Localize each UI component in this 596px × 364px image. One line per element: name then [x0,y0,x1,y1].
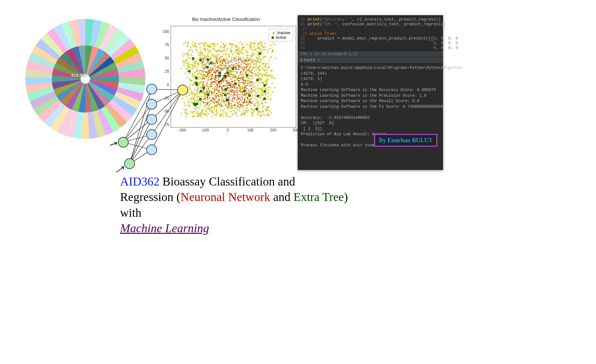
svg-point-330 [203,71,204,72]
svg-point-171 [231,103,232,104]
svg-point-100 [233,77,234,78]
svg-point-253 [237,88,238,89]
svg-point-132 [230,86,231,87]
svg-point-286 [218,70,219,71]
svg-point-605 [147,130,157,140]
y-tick: 100 [163,29,169,34]
svg-point-149 [229,104,230,105]
svg-point-206 [244,77,245,78]
svg-point-418 [246,102,247,103]
svg-point-304 [229,87,230,88]
svg-point-126 [239,90,240,91]
svg-point-432 [244,101,245,102]
svg-line-587 [123,119,152,142]
svg-point-459 [217,80,218,81]
svg-point-124 [236,95,237,96]
svg-point-567 [263,98,266,100]
svg-point-424 [217,61,218,62]
y-tick: 50 [165,56,169,60]
svg-point-483 [242,77,243,78]
svg-point-425 [251,70,252,71]
svg-point-341 [214,71,215,72]
svg-point-360 [249,100,250,100]
svg-point-525 [227,81,228,82]
svg-point-72 [245,94,246,95]
code-line: print("Accuracy: ", r2_score(y_test, pre… [308,17,441,22]
code-editor[interactable]: 25print("Accuracy: ", r2_score(y_test, p… [298,15,443,51]
svg-point-233 [231,74,232,75]
svg-point-444 [229,75,230,76]
svg-point-533 [210,80,211,81]
svg-point-209 [237,94,238,95]
svg-point-246 [227,83,228,84]
svg-point-461 [247,104,248,105]
svg-point-65 [226,97,227,98]
svg-point-478 [246,64,247,65]
svg-point-376 [209,70,210,71]
svg-point-314 [251,91,252,92]
svg-point-287 [230,84,231,85]
svg-point-551 [207,58,209,61]
svg-point-377 [225,65,226,66]
svg-point-390 [242,75,243,76]
svg-point-160 [210,69,211,70]
close-icon[interactable]: × [317,58,319,63]
code-line: print("CM: ", confusion_matrix(y_test, p… [308,22,446,27]
svg-point-57 [231,59,232,60]
svg-point-510 [220,61,221,62]
svg-point-411 [247,98,248,99]
svg-point-73 [213,72,214,73]
svg-point-369 [247,97,248,98]
svg-point-393 [240,99,240,100]
svg-point-164 [235,76,236,77]
svg-point-296 [244,83,245,84]
svg-point-487 [217,74,218,75]
svg-point-181 [217,77,218,78]
svg-point-370 [224,86,225,87]
svg-point-52 [232,87,233,88]
svg-point-92 [237,78,238,79]
svg-point-229 [214,63,215,64]
svg-point-373 [229,98,230,99]
svg-point-492 [249,67,250,68]
svg-point-125 [209,77,210,78]
svg-point-340 [241,71,242,72]
svg-point-50 [240,59,241,60]
svg-point-220 [240,77,241,78]
svg-point-163 [242,62,243,63]
svg-point-438 [228,65,229,66]
svg-point-423 [203,58,204,59]
svg-point-447 [228,62,229,63]
svg-point-537 [203,74,204,75]
svg-point-97 [227,61,228,62]
svg-point-439 [204,79,205,80]
svg-point-224 [210,67,211,68]
run-tab-label: test1 [304,58,315,63]
svg-point-105 [225,101,226,102]
svg-point-34 [242,80,243,81]
svg-point-123 [211,76,212,76]
svg-point-317 [240,58,241,59]
svg-point-428 [242,68,243,69]
svg-point-466 [202,62,203,63]
svg-point-247 [234,97,235,98]
svg-point-398 [223,59,224,60]
svg-line-598 [152,90,183,135]
run-tab[interactable]: ⚙test1 × [298,57,443,64]
svg-point-271 [223,76,224,77]
svg-point-221 [247,70,248,71]
code-breadcrumb: for i in np.arange(0,1,1) [298,51,443,57]
svg-point-74 [234,104,235,105]
svg-point-172 [234,94,234,95]
svg-point-1 [233,90,234,91]
svg-point-309 [238,59,239,60]
svg-point-9 [249,85,250,86]
svg-point-470 [202,78,203,79]
svg-point-24 [241,78,242,79]
svg-point-552 [243,90,246,92]
svg-point-523 [235,67,236,68]
svg-point-550 [206,66,209,69]
svg-point-520 [245,64,246,64]
svg-point-580 [219,72,221,74]
svg-point-602 [147,84,157,94]
